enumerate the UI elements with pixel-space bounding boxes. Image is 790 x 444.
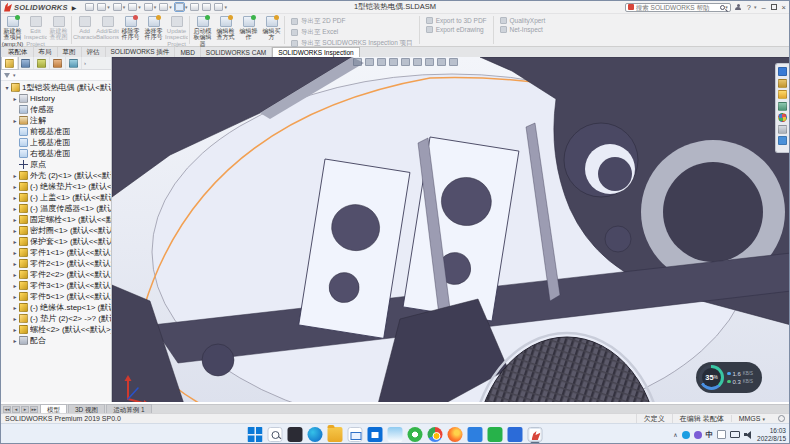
motion-study-tab[interactable]: 运动算例 1 — [106, 404, 151, 413]
panel-tabs-overflow-icon[interactable]: › — [84, 60, 86, 66]
expand-arrow-icon[interactable] — [11, 293, 19, 300]
options-gear-icon[interactable] — [214, 3, 223, 11]
remove-balloon-numbers-button[interactable]: 移除零件序号 — [119, 14, 142, 47]
graphics-viewport[interactable] — [112, 57, 789, 402]
tree-root-assembly[interactable]: 1型铠装热电偶 (默认<默认_显示状态-1 — [1, 82, 111, 93]
expand-arrow-icon[interactable] — [11, 249, 19, 256]
edge-browser-icon[interactable] — [308, 427, 323, 442]
expand-arrow-icon[interactable] — [11, 326, 19, 333]
expand-arrow-icon[interactable] — [11, 337, 19, 344]
expand-arrow-icon[interactable] — [11, 172, 19, 179]
tree-filter-row[interactable]: ▾ — [1, 70, 111, 81]
3d-views-tab[interactable]: 3D 视图 — [68, 404, 105, 413]
expand-arrow-icon[interactable] — [11, 216, 19, 223]
tree-item-sensors[interactable]: 传感器 — [1, 104, 111, 115]
chrome-browser-icon[interactable] — [428, 427, 443, 442]
expand-arrow-icon[interactable] — [3, 84, 11, 91]
tree-item-part[interactable]: (-) 绝缘体.step<1> (默认<<默认> — [1, 302, 111, 313]
taskbar-clock[interactable]: 16:03 2022/8/15 — [757, 427, 786, 442]
view-orientation-icon[interactable] — [401, 58, 410, 66]
task-view-icon[interactable] — [288, 427, 303, 442]
tree-item-part[interactable]: (-) 上盖<1> (默认<<默认>_显示状态 — [1, 192, 111, 203]
tab-assembly[interactable]: 装配体 — [3, 47, 34, 57]
rebuild-icon[interactable] — [190, 3, 199, 11]
units-selector[interactable]: MMGS▾ — [731, 415, 772, 422]
net-speed-overlay[interactable]: 35% 1.6 KB/S 0.3 KB/S — [696, 362, 762, 393]
expand-arrow-icon[interactable] — [11, 117, 19, 124]
expand-arrow-icon[interactable] — [11, 260, 19, 267]
tree-item-part[interactable]: 外壳 (2)<1> (默认<<默认>_显示状态 — [1, 170, 111, 181]
restore-button[interactable] — [771, 4, 777, 10]
display-style-icon[interactable] — [413, 58, 422, 66]
add-characteristic-button[interactable]: Add Characteristic — [73, 14, 96, 47]
file-explorer-icon[interactable] — [778, 90, 787, 99]
green-s-app-icon[interactable] — [488, 427, 503, 442]
launch-template-editor-button[interactable]: 启动模板编辑器 — [191, 14, 214, 47]
tree-item-part[interactable]: 零件1<1> (默认<<默认>_显示状态 — [1, 247, 111, 258]
weather-app-icon[interactable] — [388, 427, 403, 442]
add-edit-balloons-button[interactable]: Add/Edit Balloons — [96, 14, 119, 47]
blue-app-icon[interactable] — [468, 427, 483, 442]
undo-icon[interactable] — [159, 3, 168, 11]
tab-addins[interactable]: SOLIDWORKS 插件 — [106, 47, 176, 57]
menu-expand-icon[interactable]: ▶ — [72, 4, 77, 11]
help-button[interactable]: ? — [747, 3, 751, 12]
close-button[interactable]: × — [782, 3, 786, 12]
tree-item-front-plane[interactable]: 前视基准面 — [1, 126, 111, 137]
tab-scroll-right-icon[interactable]: ▸ — [21, 406, 29, 413]
tab-scroll-first-icon[interactable]: ◂◂ — [3, 406, 11, 413]
zoom-fit-icon[interactable] — [353, 58, 362, 66]
tree-item-part[interactable]: 零件5<1> (默认<<默认>_显示状态 — [1, 291, 111, 302]
microsoft-store-icon[interactable] — [368, 427, 383, 442]
select-balloon-numbers-button[interactable]: 选择零件序号 — [142, 14, 165, 47]
tree-item-subassembly[interactable]: (-) 垫片 (2)<2> ->? (默认<<默认 — [1, 313, 111, 324]
tree-item-annotations[interactable]: 注解 — [1, 115, 111, 126]
ime-mode-icon[interactable] — [717, 430, 726, 439]
home-icon[interactable] — [778, 67, 787, 76]
input-language-indicator[interactable]: 中 — [706, 430, 714, 440]
tree-item-part[interactable]: 螺栓<2> (默认<<默认>_显示状态 — [1, 324, 111, 335]
displaymanager-tab[interactable] — [66, 57, 82, 69]
custom-properties-icon[interactable] — [778, 125, 787, 134]
firefox-browser-icon[interactable] — [448, 427, 463, 442]
export-excel-item[interactable]: 导出至 Excel — [291, 28, 413, 37]
tab-scroll-last-icon[interactable]: ▸▸ — [30, 406, 38, 413]
expand-arrow-icon[interactable] — [11, 315, 19, 322]
tree-item-top-plane[interactable]: 上视基准面 — [1, 137, 111, 148]
volume-icon[interactable] — [744, 431, 753, 439]
cast-display-icon[interactable] — [730, 431, 740, 438]
tree-item-part[interactable]: 零件2<1> (默认<<默认>_显示状态 — [1, 258, 111, 269]
new-inspection-view-button[interactable]: 新建检查视图 — [47, 14, 70, 47]
home-icon[interactable] — [85, 3, 94, 11]
edit-operations-button[interactable]: 编辑操作 — [237, 14, 260, 47]
start-button-icon[interactable] — [248, 427, 263, 442]
export-3d-pdf-item[interactable]: Export to 3D PDF — [426, 17, 487, 24]
tree-item-part[interactable]: 保护套<1> (默认<<默认>_显示状态 — [1, 236, 111, 247]
expand-arrow-icon[interactable] — [11, 304, 19, 311]
tree-item-part[interactable]: (-) 绝缘垫片<1> (默认<<默认>_显示 — [1, 181, 111, 192]
net-inspect-item[interactable]: Net-Inspect — [500, 26, 546, 33]
model-tab[interactable]: 模型 — [40, 404, 67, 413]
display-settings-icon[interactable] — [202, 3, 211, 11]
dimxpertmanager-tab[interactable] — [50, 57, 66, 69]
appearances-icon[interactable] — [437, 58, 446, 66]
tree-item-part[interactable]: 零件3<1> (默认<<默认>_显示状态 — [1, 280, 111, 291]
featuremanager-tab[interactable] — [2, 57, 18, 69]
section-view-icon[interactable] — [389, 58, 398, 66]
new-document-icon[interactable] — [97, 3, 106, 11]
security-tray-icon[interactable] — [694, 431, 702, 439]
tree-item-part[interactable]: (-) 温度传感器<1> (默认<<默认>_显 — [1, 203, 111, 214]
forum-icon[interactable] — [778, 136, 787, 145]
wps-app-icon[interactable] — [508, 427, 523, 442]
tree-item-right-plane[interactable]: 右视基准面 — [1, 148, 111, 159]
expand-arrow-icon[interactable] — [11, 227, 19, 234]
tree-item-part[interactable]: 密封圈<1> (默认<<默认>_显示状态 — [1, 225, 111, 236]
export-2d-pdf-item[interactable]: 导出至 2D PDF — [291, 17, 413, 26]
expand-arrow-icon[interactable] — [11, 205, 19, 212]
status-circle-icon[interactable] — [778, 415, 785, 422]
edit-inspection-methods-button[interactable]: 编辑检查方式 — [214, 14, 237, 47]
help-caret-icon[interactable]: ▾ — [754, 4, 757, 10]
user-account-icon[interactable] — [735, 4, 742, 11]
solidworks-taskbar-icon-active[interactable] — [528, 427, 543, 442]
scene-icon[interactable] — [449, 58, 458, 66]
